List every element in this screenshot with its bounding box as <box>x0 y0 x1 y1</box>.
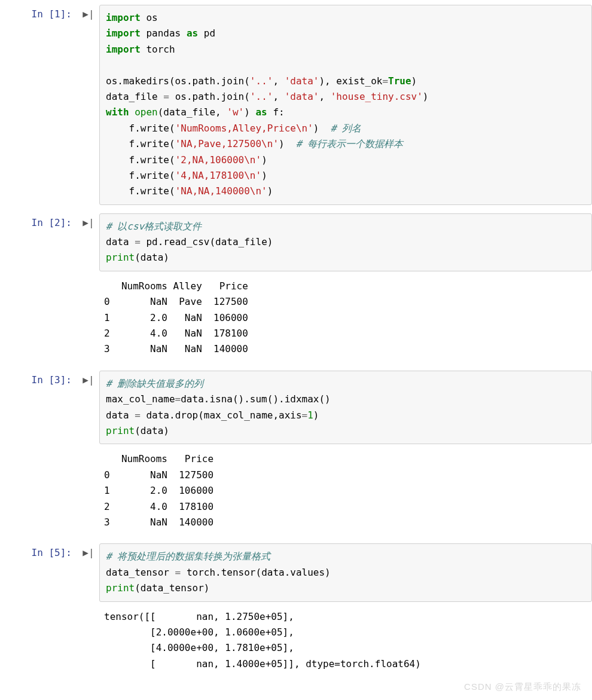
run-cell-icon[interactable]: ▶| <box>83 375 94 385</box>
input-prompt: In [5]: <box>0 542 78 558</box>
code-text: # 以csv格式读取文件 data = pd.read_csv(data_fil… <box>106 219 585 266</box>
code-input[interactable]: # 以csv格式读取文件 data = pd.read_csv(data_fil… <box>99 213 592 271</box>
cell-content: # 将预处理后的数据集转换为张量格式 data_tensor = torch.t… <box>99 542 592 680</box>
input-prompt: In [3]: <box>0 369 78 386</box>
cell-output: NumRooms Price 0 NaN 127500 1 2.0 106000… <box>99 448 592 539</box>
output-text: tensor([[ nan, 1.2750e+05], [2.0000e+00,… <box>104 609 592 673</box>
code-text: import os import pandas as pd import tor… <box>106 10 585 200</box>
notebook: In [1]: ▶| import os import pandas as pd… <box>0 0 592 680</box>
run-button-wrap: ▶| <box>78 4 99 19</box>
run-cell-icon[interactable]: ▶| <box>83 548 94 558</box>
input-prompt: In [2]: <box>0 212 78 228</box>
input-prompt: In [1]: <box>0 4 78 20</box>
cell-1: In [1]: ▶| import os import pandas as pd… <box>0 0 592 209</box>
cell-content: import os import pandas as pd import tor… <box>99 4 592 209</box>
run-button-wrap: ▶| <box>78 369 99 385</box>
run-cell-icon[interactable]: ▶| <box>83 218 94 228</box>
code-input[interactable]: # 将预处理后的数据集转换为张量格式 data_tensor = torch.t… <box>99 543 592 601</box>
run-button-wrap: ▶| <box>78 212 99 228</box>
run-button-wrap: ▶| <box>78 542 99 558</box>
cell-output: NumRooms Alley Price 0 NaN Pave 127500 1… <box>99 275 592 366</box>
cell-3: In [3]: ▶| # 删除缺失值最多的列 max_col_name=data… <box>0 366 592 539</box>
cell-2: In [2]: ▶| # 以csv格式读取文件 data = pd.read_c… <box>0 209 592 366</box>
code-text: # 删除缺失值最多的列 max_col_name=data.isna().sum… <box>106 376 585 439</box>
code-input[interactable]: # 删除缺失值最多的列 max_col_name=data.isna().sum… <box>99 371 592 445</box>
code-input[interactable]: import os import pandas as pd import tor… <box>99 5 592 205</box>
cell-content: # 删除缺失值最多的列 max_col_name=data.isna().sum… <box>99 369 592 539</box>
output-text: NumRooms Alley Price 0 NaN Pave 127500 1… <box>104 279 592 357</box>
code-text: # 将预处理后的数据集转换为张量格式 data_tensor = torch.t… <box>106 549 585 596</box>
cell-output: tensor([[ nan, 1.2750e+05], [2.0000e+00,… <box>99 606 592 681</box>
cell-4: In [5]: ▶| # 将预处理后的数据集转换为张量格式 data_tenso… <box>0 539 592 680</box>
cell-content: # 以csv格式读取文件 data = pd.read_csv(data_fil… <box>99 212 592 366</box>
output-text: NumRooms Price 0 NaN 127500 1 2.0 106000… <box>104 451 592 530</box>
run-cell-icon[interactable]: ▶| <box>83 10 94 19</box>
